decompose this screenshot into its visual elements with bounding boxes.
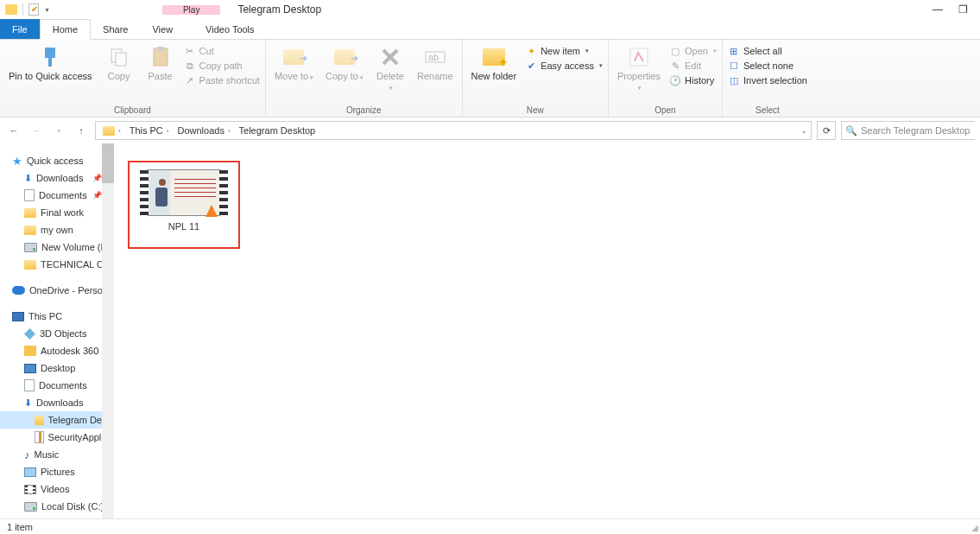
- tab-video-tools[interactable]: Video Tools: [193, 19, 266, 39]
- address-dropdown-icon[interactable]: ⌄: [801, 127, 807, 135]
- tab-file[interactable]: File: [0, 19, 40, 39]
- minimize-button[interactable]: —: [933, 3, 943, 16]
- up-button[interactable]: ↑: [73, 122, 90, 139]
- sidebar-item-telegram-desktop[interactable]: Telegram Deskt: [0, 411, 114, 429]
- select-none-icon: ☐: [728, 60, 740, 72]
- breadcrumb-this-pc[interactable]: This PC›: [126, 125, 173, 136]
- scissors-icon: ✂: [184, 45, 196, 57]
- rename-button[interactable]: ab Rename: [414, 43, 457, 83]
- folder-icon: [24, 260, 36, 270]
- chevron-right-icon[interactable]: ›: [118, 127, 121, 135]
- sidebar-item-final-work[interactable]: Final work: [0, 204, 114, 221]
- maximize-button[interactable]: ❐: [958, 3, 968, 16]
- sidebar-item-documents2[interactable]: Documents: [0, 377, 114, 394]
- svg-rect-1: [48, 58, 52, 67]
- desktop-icon: [24, 364, 36, 373]
- navigation-pane[interactable]: ★Quick access ⬇Downloads📌 Documents📌 Fin…: [0, 143, 114, 518]
- breadcrumb-downloads[interactable]: Downloads›: [174, 125, 233, 136]
- copy-to-icon: ➜: [332, 45, 357, 69]
- sidebar-item-music[interactable]: ♪Music: [0, 446, 114, 463]
- sidebar-item-pictures[interactable]: Pictures: [0, 463, 114, 480]
- resize-grip[interactable]: ◢: [971, 523, 978, 532]
- sidebar-item-3d-objects[interactable]: 3D Objects: [0, 325, 114, 342]
- svg-rect-10: [630, 48, 648, 66]
- cloud-icon: [12, 286, 25, 295]
- select-all-icon: ⊞: [728, 45, 740, 57]
- cut-button[interactable]: ✂Cut: [184, 45, 260, 57]
- pc-icon: [12, 312, 24, 321]
- ribbon-tabs: File Home Share View Video Tools: [0, 19, 980, 40]
- pin-icon: [38, 45, 62, 69]
- delete-button[interactable]: Delete▾: [372, 43, 408, 95]
- title-bar: ✔ ▼ Play Telegram Desktop — ❐: [0, 0, 980, 19]
- sidebar-item-this-pc[interactable]: This PC: [0, 308, 114, 325]
- recent-dropdown[interactable]: ▾: [50, 122, 67, 139]
- sidebar-item-downloads[interactable]: ⬇Downloads📌: [0, 169, 114, 187]
- edit-button[interactable]: ✎Edit: [669, 60, 717, 72]
- group-label: New: [468, 105, 603, 117]
- open-button[interactable]: ▢Open▾: [669, 45, 717, 57]
- paste-shortcut-button[interactable]: ↗Paste shortcut: [184, 74, 260, 86]
- tab-share[interactable]: Share: [91, 19, 140, 39]
- select-none-button[interactable]: ☐Select none: [728, 60, 807, 72]
- folder-icon[interactable]: [5, 4, 17, 15]
- delete-icon: [378, 45, 402, 69]
- move-to-icon: ➜: [281, 45, 306, 69]
- new-folder-icon: ✦: [482, 45, 506, 69]
- sidebar-item-new-volume2[interactable]: New Volume (D:: [0, 515, 114, 518]
- copy-button[interactable]: Copy: [101, 43, 137, 83]
- tab-view[interactable]: View: [140, 19, 185, 39]
- videos-icon: [24, 485, 36, 494]
- copy-path-button[interactable]: ⧉Copy path: [184, 60, 260, 72]
- file-item[interactable]: NPL 11: [128, 161, 240, 249]
- window-title: Telegram Desktop: [237, 3, 321, 16]
- paste-button[interactable]: Paste: [142, 43, 179, 83]
- easy-access-button[interactable]: ✔Easy access▾: [525, 60, 603, 72]
- sidebar-item-local-disk[interactable]: Local Disk (C:): [0, 498, 114, 515]
- copy-icon: [107, 45, 131, 69]
- paste-icon: [149, 45, 173, 69]
- sidebar-item-onedrive[interactable]: OneDrive - Person: [0, 282, 114, 299]
- new-item-icon: ✦: [525, 45, 537, 57]
- sidebar-item-documents[interactable]: Documents📌: [0, 187, 114, 204]
- ribbon: Pin to Quick access Copy Paste ✂Cut ⧉Cop…: [0, 40, 980, 118]
- sidebar-item-security[interactable]: SecurityApplian: [0, 429, 114, 446]
- open-icon: ▢: [669, 45, 681, 57]
- move-to-button[interactable]: ➜ Move to▾: [271, 43, 317, 85]
- pin-to-quick-access-button[interactable]: Pin to Quick access: [5, 43, 96, 83]
- sidebar-item-technical[interactable]: TECHNICAL COI: [0, 256, 114, 273]
- breadcrumb-bar[interactable]: › This PC› Downloads› Telegram Desktop ⌄: [95, 121, 812, 140]
- breadcrumb-telegram-desktop[interactable]: Telegram Desktop: [236, 125, 319, 136]
- qat-dropdown-icon[interactable]: ▼: [44, 7, 50, 13]
- sidebar-item-videos[interactable]: Videos: [0, 480, 114, 498]
- new-item-button[interactable]: ✦New item▾: [525, 45, 603, 57]
- history-button[interactable]: 🕑History: [669, 74, 717, 86]
- sidebar-item-quick-access[interactable]: ★Quick access: [0, 152, 114, 169]
- forward-button[interactable]: →: [28, 122, 45, 139]
- sidebar-item-downloads2[interactable]: ⬇Downloads: [0, 394, 114, 411]
- back-button[interactable]: ←: [5, 122, 22, 139]
- select-all-button[interactable]: ⊞Select all: [728, 45, 807, 57]
- tab-home[interactable]: Home: [40, 19, 91, 40]
- properties-button[interactable]: Properties▾: [614, 43, 664, 95]
- sidebar-item-new-volume[interactable]: New Volume (D:: [0, 238, 114, 256]
- properties-icon[interactable]: ✔: [28, 3, 39, 16]
- new-folder-button[interactable]: ✦ New folder: [468, 43, 521, 83]
- folder-icon: [103, 126, 115, 136]
- file-list-pane[interactable]: NPL 11: [114, 143, 980, 518]
- sidebar-item-autodesk[interactable]: Autodesk 360: [0, 342, 114, 359]
- download-icon: ⬇: [24, 173, 32, 184]
- scrollbar-track[interactable]: [102, 143, 114, 518]
- invert-selection-button[interactable]: ◫Invert selection: [728, 74, 807, 86]
- scrollbar-thumb[interactable]: [102, 143, 114, 183]
- shortcut-icon: ↗: [184, 74, 196, 86]
- music-icon: ♪: [24, 448, 30, 461]
- refresh-button[interactable]: ⟳: [817, 121, 836, 140]
- drive-icon: [24, 243, 37, 252]
- folder-icon: [24, 226, 36, 235]
- group-new: ✦ New folder ✦New item▾ ✔Easy access▾ Ne…: [463, 40, 609, 117]
- sidebar-item-my-own[interactable]: my own: [0, 221, 114, 238]
- copy-to-button[interactable]: ➜ Copy to▾: [322, 43, 367, 85]
- search-input[interactable]: 🔍Search Telegram Desktop: [841, 121, 975, 140]
- sidebar-item-desktop[interactable]: Desktop: [0, 359, 114, 377]
